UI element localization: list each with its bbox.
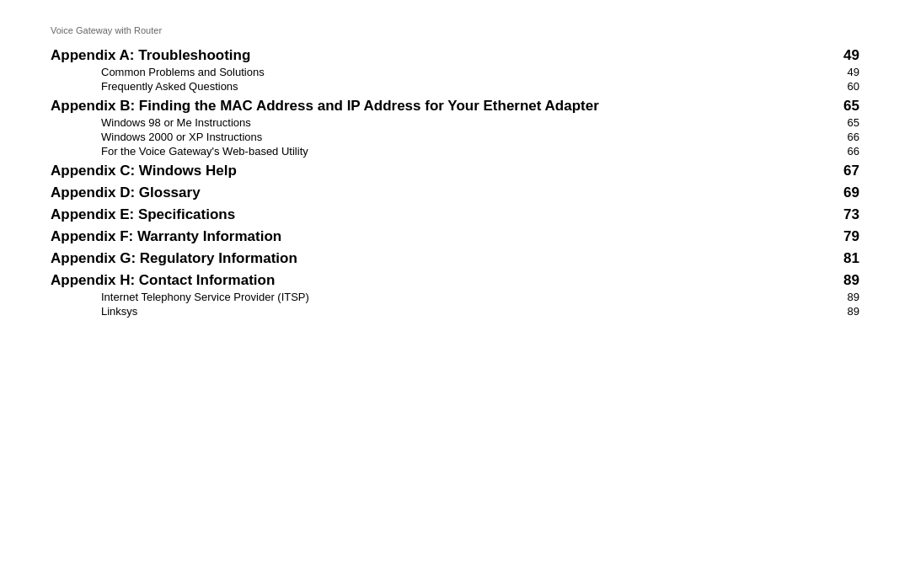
toc-sub-title-1-2: For the Voice Gateway's Web-based Utilit…: [101, 145, 834, 158]
toc-sub-7-1: Linksys89: [51, 305, 859, 318]
toc-sub-page-7-1: 89: [834, 305, 859, 318]
toc-heading-page-3: 69: [834, 184, 859, 201]
toc-sub-title-1-0: Windows 98 or Me Instructions: [101, 116, 834, 129]
toc-sub-1-2: For the Voice Gateway's Web-based Utilit…: [51, 145, 859, 158]
toc-sub-7-0: Internet Telephony Service Provider (ITS…: [51, 291, 859, 303]
toc-heading-title-4: Appendix E: Specifications: [51, 206, 834, 223]
toc-heading-title-0: Appendix A: Troubleshooting: [51, 47, 834, 64]
toc-heading-2: Appendix C: Windows Help67: [51, 163, 859, 179]
toc-sub-title-7-1: Linksys: [101, 305, 834, 318]
toc-sub-page-1-1: 66: [834, 131, 859, 143]
toc-heading-page-2: 67: [834, 163, 859, 179]
toc-sub-title-1-1: Windows 2000 or XP Instructions: [101, 131, 834, 143]
page-label: Voice Gateway with Router: [51, 25, 859, 35]
toc-sub-page-0-0: 49: [834, 66, 859, 78]
toc-heading-1: Appendix B: Finding the MAC Address and …: [51, 98, 859, 115]
toc-heading-page-4: 73: [834, 206, 859, 223]
toc-sub-title-0-0: Common Problems and Solutions: [101, 66, 834, 78]
toc-heading-title-2: Appendix C: Windows Help: [51, 163, 834, 179]
toc-sub-title-7-0: Internet Telephony Service Provider (ITS…: [101, 291, 834, 303]
toc-heading-3: Appendix D: Glossary69: [51, 184, 859, 201]
toc-heading-0: Appendix A: Troubleshooting49: [51, 47, 859, 64]
toc-sub-1-1: Windows 2000 or XP Instructions66: [51, 131, 859, 143]
toc-sub-page-1-2: 66: [834, 145, 859, 158]
toc-heading-page-6: 81: [834, 250, 859, 267]
toc-root: Appendix A: Troubleshooting49Common Prob…: [51, 47, 859, 318]
toc-sub-page-0-1: 60: [834, 80, 859, 93]
toc-sub-title-0-1: Frequently Asked Questions: [101, 80, 834, 93]
toc-heading-page-7: 89: [834, 272, 859, 289]
toc-heading-page-5: 79: [834, 228, 859, 245]
toc-heading-4: Appendix E: Specifications73: [51, 206, 859, 223]
toc-sub-1-0: Windows 98 or Me Instructions65: [51, 116, 859, 129]
toc-heading-6: Appendix G: Regulatory Information81: [51, 250, 859, 267]
toc-heading-title-6: Appendix G: Regulatory Information: [51, 250, 834, 267]
toc-heading-page-1: 65: [834, 98, 859, 115]
toc-sub-page-1-0: 65: [834, 116, 859, 129]
toc-sub-page-7-0: 89: [834, 291, 859, 303]
toc-heading-7: Appendix H: Contact Information89: [51, 272, 859, 289]
toc-heading-title-5: Appendix F: Warranty Information: [51, 228, 834, 245]
toc-heading-page-0: 49: [834, 47, 859, 64]
page-container: Voice Gateway with Router Appendix A: Tr…: [0, 0, 910, 353]
toc-heading-title-3: Appendix D: Glossary: [51, 184, 834, 201]
toc-heading-title-7: Appendix H: Contact Information: [51, 272, 834, 289]
toc-sub-0-1: Frequently Asked Questions60: [51, 80, 859, 93]
toc-sub-0-0: Common Problems and Solutions49: [51, 66, 859, 78]
toc-heading-5: Appendix F: Warranty Information79: [51, 228, 859, 245]
toc-heading-title-1: Appendix B: Finding the MAC Address and …: [51, 98, 834, 115]
